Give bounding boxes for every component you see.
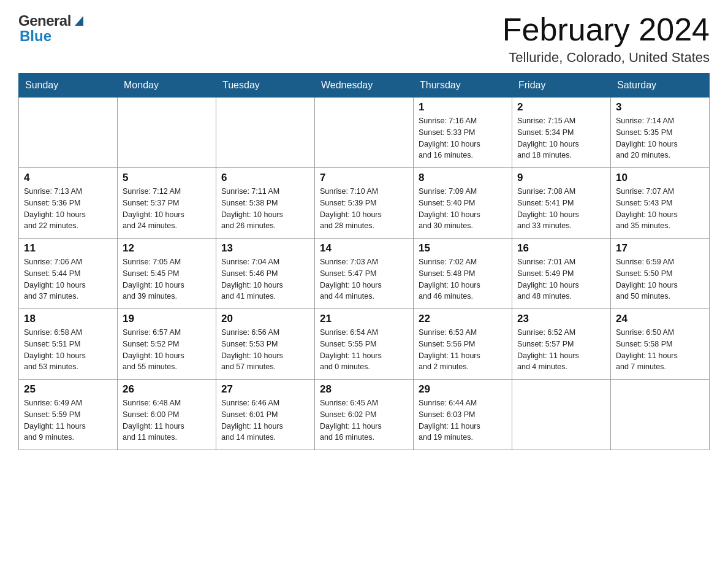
day-number: 16 bbox=[517, 242, 605, 255]
day-info: Sunrise: 7:14 AMSunset: 5:35 PMDaylight:… bbox=[616, 115, 704, 161]
day-number: 23 bbox=[517, 313, 605, 325]
day-info: Sunrise: 6:58 AMSunset: 5:51 PMDaylight:… bbox=[24, 327, 112, 373]
logo: General Blue bbox=[18, 12, 86, 45]
weekday-header-friday: Friday bbox=[512, 74, 611, 98]
calendar-cell: 12Sunrise: 7:05 AMSunset: 5:45 PMDayligh… bbox=[118, 239, 216, 309]
day-number: 3 bbox=[616, 101, 704, 113]
calendar-cell: 19Sunrise: 6:57 AMSunset: 5:52 PMDayligh… bbox=[118, 309, 216, 380]
weekday-header-sunday: Sunday bbox=[19, 74, 118, 98]
day-number: 4 bbox=[24, 172, 112, 184]
calendar-cell: 14Sunrise: 7:03 AMSunset: 5:47 PMDayligh… bbox=[315, 239, 414, 309]
day-number: 15 bbox=[419, 242, 507, 255]
day-number: 29 bbox=[419, 383, 507, 396]
calendar-cell: 7Sunrise: 7:10 AMSunset: 5:39 PMDaylight… bbox=[315, 168, 414, 239]
calendar-cell: 28Sunrise: 6:45 AMSunset: 6:02 PMDayligh… bbox=[315, 380, 414, 450]
calendar-cell: 1Sunrise: 7:16 AMSunset: 5:33 PMDaylight… bbox=[414, 98, 512, 168]
weekday-header-thursday: Thursday bbox=[414, 74, 512, 98]
day-info: Sunrise: 6:49 AMSunset: 5:59 PMDaylight:… bbox=[24, 397, 112, 443]
calendar-cell: 24Sunrise: 6:50 AMSunset: 5:58 PMDayligh… bbox=[611, 309, 710, 380]
day-info: Sunrise: 6:56 AMSunset: 5:53 PMDaylight:… bbox=[221, 327, 309, 373]
logo-blue-text: Blue bbox=[20, 28, 51, 45]
weekday-header-saturday: Saturday bbox=[611, 74, 710, 98]
calendar-cell: 26Sunrise: 6:48 AMSunset: 6:00 PMDayligh… bbox=[118, 380, 216, 450]
day-info: Sunrise: 7:08 AMSunset: 5:41 PMDaylight:… bbox=[517, 186, 605, 232]
day-number: 5 bbox=[123, 172, 211, 184]
calendar-week-row: 25Sunrise: 6:49 AMSunset: 5:59 PMDayligh… bbox=[19, 380, 710, 450]
day-info: Sunrise: 7:05 AMSunset: 5:45 PMDaylight:… bbox=[123, 256, 211, 302]
calendar-cell: 23Sunrise: 6:52 AMSunset: 5:57 PMDayligh… bbox=[512, 309, 611, 380]
day-number: 27 bbox=[221, 383, 309, 396]
day-number: 17 bbox=[616, 242, 704, 255]
day-info: Sunrise: 6:46 AMSunset: 6:01 PMDaylight:… bbox=[221, 397, 309, 443]
calendar-week-row: 18Sunrise: 6:58 AMSunset: 5:51 PMDayligh… bbox=[19, 309, 710, 380]
day-info: Sunrise: 6:50 AMSunset: 5:58 PMDaylight:… bbox=[616, 327, 704, 373]
day-info: Sunrise: 7:04 AMSunset: 5:46 PMDaylight:… bbox=[221, 256, 309, 302]
day-info: Sunrise: 7:09 AMSunset: 5:40 PMDaylight:… bbox=[419, 186, 507, 232]
calendar-cell: 18Sunrise: 6:58 AMSunset: 5:51 PMDayligh… bbox=[19, 309, 118, 380]
day-number: 20 bbox=[221, 313, 309, 325]
calendar-table: SundayMondayTuesdayWednesdayThursdayFrid… bbox=[18, 73, 710, 450]
page-header: General Blue February 2024 Telluride, Co… bbox=[18, 12, 710, 66]
calendar-cell bbox=[611, 380, 710, 450]
day-info: Sunrise: 6:48 AMSunset: 6:00 PMDaylight:… bbox=[123, 397, 211, 443]
day-number: 1 bbox=[419, 101, 507, 113]
calendar-cell: 3Sunrise: 7:14 AMSunset: 5:35 PMDaylight… bbox=[611, 98, 710, 168]
day-number: 10 bbox=[616, 172, 704, 184]
calendar-week-row: 1Sunrise: 7:16 AMSunset: 5:33 PMDaylight… bbox=[19, 98, 710, 168]
calendar-cell: 6Sunrise: 7:11 AMSunset: 5:38 PMDaylight… bbox=[216, 168, 315, 239]
day-info: Sunrise: 6:53 AMSunset: 5:56 PMDaylight:… bbox=[419, 327, 507, 373]
day-info: Sunrise: 7:16 AMSunset: 5:33 PMDaylight:… bbox=[419, 115, 507, 161]
weekday-header-tuesday: Tuesday bbox=[216, 74, 315, 98]
day-number: 7 bbox=[320, 172, 408, 184]
day-info: Sunrise: 6:45 AMSunset: 6:02 PMDaylight:… bbox=[320, 397, 408, 443]
calendar-cell bbox=[216, 98, 315, 168]
day-number: 13 bbox=[221, 242, 309, 255]
day-number: 11 bbox=[24, 242, 112, 255]
location-title: Telluride, Colorado, United States bbox=[502, 50, 710, 66]
day-number: 26 bbox=[123, 383, 211, 396]
day-number: 25 bbox=[24, 383, 112, 396]
day-number: 21 bbox=[320, 313, 408, 325]
calendar-cell: 27Sunrise: 6:46 AMSunset: 6:01 PMDayligh… bbox=[216, 380, 315, 450]
day-info: Sunrise: 7:12 AMSunset: 5:37 PMDaylight:… bbox=[123, 186, 211, 232]
day-number: 24 bbox=[616, 313, 704, 325]
day-info: Sunrise: 7:07 AMSunset: 5:43 PMDaylight:… bbox=[616, 186, 704, 232]
calendar-cell: 25Sunrise: 6:49 AMSunset: 5:59 PMDayligh… bbox=[19, 380, 118, 450]
day-info: Sunrise: 7:01 AMSunset: 5:49 PMDaylight:… bbox=[517, 256, 605, 302]
calendar-cell: 5Sunrise: 7:12 AMSunset: 5:37 PMDaylight… bbox=[118, 168, 216, 239]
calendar-cell: 29Sunrise: 6:44 AMSunset: 6:03 PMDayligh… bbox=[414, 380, 512, 450]
day-info: Sunrise: 7:15 AMSunset: 5:34 PMDaylight:… bbox=[517, 115, 605, 161]
day-info: Sunrise: 7:10 AMSunset: 5:39 PMDaylight:… bbox=[320, 186, 408, 232]
calendar-cell: 22Sunrise: 6:53 AMSunset: 5:56 PMDayligh… bbox=[414, 309, 512, 380]
day-number: 14 bbox=[320, 242, 408, 255]
day-number: 12 bbox=[123, 242, 211, 255]
day-info: Sunrise: 7:02 AMSunset: 5:48 PMDaylight:… bbox=[419, 256, 507, 302]
calendar-cell: 20Sunrise: 6:56 AMSunset: 5:53 PMDayligh… bbox=[216, 309, 315, 380]
day-info: Sunrise: 7:11 AMSunset: 5:38 PMDaylight:… bbox=[221, 186, 309, 232]
day-number: 9 bbox=[517, 172, 605, 184]
day-info: Sunrise: 6:57 AMSunset: 5:52 PMDaylight:… bbox=[123, 327, 211, 373]
day-number: 22 bbox=[419, 313, 507, 325]
day-number: 2 bbox=[517, 101, 605, 113]
day-info: Sunrise: 6:52 AMSunset: 5:57 PMDaylight:… bbox=[517, 327, 605, 373]
day-info: Sunrise: 6:59 AMSunset: 5:50 PMDaylight:… bbox=[616, 256, 704, 302]
day-number: 18 bbox=[24, 313, 112, 325]
calendar-cell: 15Sunrise: 7:02 AMSunset: 5:48 PMDayligh… bbox=[414, 239, 512, 309]
calendar-cell: 10Sunrise: 7:07 AMSunset: 5:43 PMDayligh… bbox=[611, 168, 710, 239]
svg-marker-0 bbox=[75, 16, 83, 26]
day-info: Sunrise: 7:03 AMSunset: 5:47 PMDaylight:… bbox=[320, 256, 408, 302]
weekday-header-row: SundayMondayTuesdayWednesdayThursdayFrid… bbox=[19, 74, 710, 98]
logo-triangle-icon bbox=[72, 13, 86, 27]
calendar-cell bbox=[118, 98, 216, 168]
month-title: February 2024 bbox=[502, 12, 710, 47]
day-number: 8 bbox=[419, 172, 507, 184]
calendar-week-row: 11Sunrise: 7:06 AMSunset: 5:44 PMDayligh… bbox=[19, 239, 710, 309]
logo-general-text: General bbox=[18, 12, 71, 29]
calendar-cell: 16Sunrise: 7:01 AMSunset: 5:49 PMDayligh… bbox=[512, 239, 611, 309]
calendar-cell: 21Sunrise: 6:54 AMSunset: 5:55 PMDayligh… bbox=[315, 309, 414, 380]
calendar-cell: 2Sunrise: 7:15 AMSunset: 5:34 PMDaylight… bbox=[512, 98, 611, 168]
calendar-cell: 8Sunrise: 7:09 AMSunset: 5:40 PMDaylight… bbox=[414, 168, 512, 239]
calendar-cell bbox=[512, 380, 611, 450]
title-area: February 2024 Telluride, Colorado, Unite… bbox=[502, 12, 710, 66]
calendar-cell: 17Sunrise: 6:59 AMSunset: 5:50 PMDayligh… bbox=[611, 239, 710, 309]
